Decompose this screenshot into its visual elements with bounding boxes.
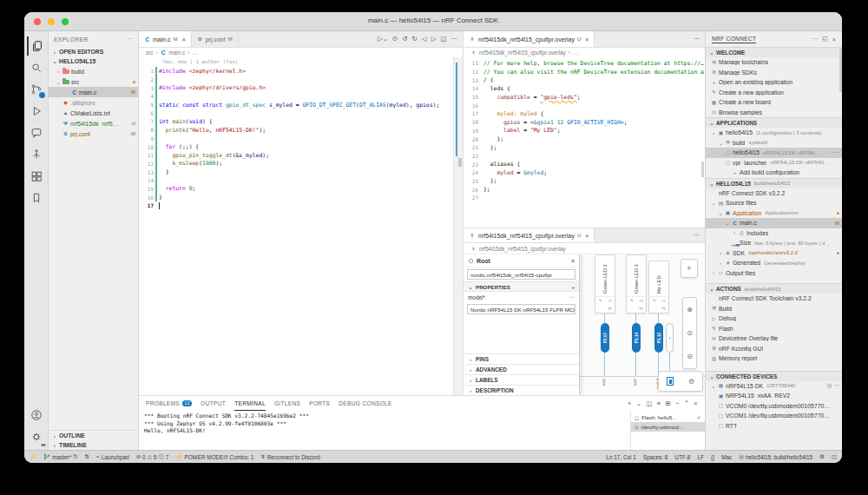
maximize-panel-icon[interactable]: ⌃ xyxy=(684,399,690,407)
nrf-settings-icon[interactable]: NR xyxy=(27,427,46,446)
power-mode-item[interactable]: ⚡POWER MODE!!! Combo: 1 xyxy=(175,453,253,460)
dt-breadcrumb[interactable]: nrf54l15dk_nrf54l15_cpuflpr.overlay xyxy=(464,243,705,254)
tree-item--gitignore[interactable]: ◆.gitignore xyxy=(49,97,138,108)
outline-header[interactable]: ›OUTLINE xyxy=(49,431,138,440)
welcome-create-a-new-application[interactable]: ✎Create a new application xyxy=(706,88,842,98)
zoom-reset-icon[interactable]: ⊙ xyxy=(683,321,696,345)
new-terminal-icon[interactable]: + xyxy=(628,399,632,407)
launch-profile-icon[interactable]: ≡ xyxy=(657,399,661,407)
zoom-in-icon[interactable]: ⊕ xyxy=(683,298,696,321)
tab-prj-conf[interactable]: ⚙ prj.conf M xyxy=(192,31,239,47)
model-more-icon[interactable]: ⋯ xyxy=(569,294,575,300)
build-config-hello54l15[interactable]: ▢hello54l15nRF54L15 DK nRF54L…⋯ xyxy=(706,148,842,158)
history-icon[interactable]: ↺ xyxy=(402,36,407,43)
tab-main-c[interactable]: C main.c M × xyxy=(139,31,192,47)
welcome-manage-toolchains[interactable]: ⚒Manage toolchains xyxy=(706,57,842,68)
scrollbar[interactable] xyxy=(839,49,842,92)
settings-gear-icon[interactable]: ⚙ xyxy=(819,453,825,460)
refresh-icon[interactable]: ↻ xyxy=(412,36,418,43)
split-terminal-icon[interactable]: ◫ xyxy=(646,399,652,407)
details-nrf-connect-sdk-v3-2-2[interactable]: nRF Connect SDK v3.2.2 xyxy=(706,188,842,199)
split-editor-icon[interactable]: ◫ xyxy=(440,36,446,43)
device-vcom1[interactable]: ▢VCOM1 /dev/tty.usbmodem00105770… xyxy=(706,411,842,421)
details-size[interactable]: ▁▃Sizebss: 0 bytes | text: 80 bytes | d… xyxy=(706,238,842,248)
build-item[interactable]: ⌄⚒buildsysbuild xyxy=(706,138,842,148)
account-icon[interactable] xyxy=(27,406,46,425)
action-nrf-kconfig-gui[interactable]: ⚙nRF Kconfig GUI xyxy=(706,344,842,354)
pin-card-led3[interactable]: Green LED 3ϟ⊣◌⊓ xyxy=(626,254,647,314)
details-application[interactable]: ⌄▣ApplicationApplication/src xyxy=(706,208,842,219)
eol-item[interactable]: LF xyxy=(697,454,703,460)
panel-tab-ports[interactable]: PORTS xyxy=(309,396,330,411)
close-panel-icon[interactable]: × xyxy=(694,399,698,407)
dt-section-labels[interactable]: ›LABELS xyxy=(464,374,579,385)
overlay-breadcrumb[interactable]: nrf54l15dk_nrf54l15_cpuflpr.overlay› … xyxy=(464,48,705,57)
explorer-more-icon[interactable]: ⋯ xyxy=(127,36,133,43)
chat-icon[interactable] xyxy=(27,123,46,142)
panel-tab-terminal[interactable]: TERMINAL xyxy=(234,396,266,411)
board-view-icon[interactable] xyxy=(659,372,681,391)
device-vcom0[interactable]: ▢VCOM0 /dev/tty.usbmodem00105770… xyxy=(706,401,842,412)
overlay-code-editor[interactable]: 11// For more help, browse the DeviceTre… xyxy=(464,57,705,228)
properties-header[interactable]: PROPERTIES xyxy=(476,284,510,290)
kit-item[interactable]: Mac xyxy=(721,454,732,460)
terminal-list-item[interactable]: ▢Flash: hello5…✓ xyxy=(631,412,705,422)
close-tab-icon[interactable]: × xyxy=(585,36,589,43)
panel-tab-output[interactable]: OUTPUT xyxy=(201,396,226,411)
device-item[interactable]: ⌄▦nRF54L15 DK1057705440◷ ⋯ xyxy=(706,381,842,392)
add-build-configuration[interactable]: +Add build configuration xyxy=(706,168,842,178)
gitlens-graph-icon[interactable]: ⊙ xyxy=(392,36,398,43)
nrf-connect-view-icon[interactable] xyxy=(27,145,46,164)
encoding-item[interactable]: UTF-8 xyxy=(674,454,690,460)
pin-card-myled[interactable]: My LEDϟ⊣◌⊓ xyxy=(648,261,669,314)
dt-section-pins[interactable]: ›PINS xyxy=(464,353,579,364)
welcome-section-header[interactable]: ⌄WELCOME xyxy=(706,47,842,57)
details-output-files[interactable]: ›▭Output files xyxy=(706,268,842,279)
actions-section-header[interactable]: ⌄ACTIONSbuild/hello54l15 xyxy=(706,283,842,294)
unassigned-pin[interactable]: + xyxy=(666,323,674,353)
push-pull-item[interactable]: ⇅ xyxy=(85,453,89,460)
pin-P2-07[interactable]: P2.07 xyxy=(601,323,609,353)
explorer-icon[interactable] xyxy=(27,36,46,56)
timeline-header[interactable]: ›TIMELINE xyxy=(49,440,138,450)
indentation-item[interactable]: Spaces: 8 xyxy=(643,454,667,460)
kill-terminal-icon[interactable]: − xyxy=(675,399,680,407)
terminal-output[interactable]: *** Booting nRF Connect SDK v3.2.2-74845… xyxy=(139,411,630,450)
application-item[interactable]: ⌄▣hello54l15(1 configuration | 3 context… xyxy=(706,128,842,138)
forward-icon[interactable]: ▷ xyxy=(431,36,437,43)
terminal-dropdown-icon[interactable]: ⌄ xyxy=(636,399,642,407)
more-actions-icon[interactable]: ⋯ xyxy=(694,232,700,239)
remote-indicator[interactable]: ⚡ xyxy=(30,453,36,460)
action-debug[interactable]: ▷Debug xyxy=(706,314,842,324)
source-control-icon[interactable] xyxy=(27,80,46,99)
minimap[interactable] xyxy=(453,57,463,395)
pin-P1-12[interactable]: P1.12 xyxy=(654,323,663,353)
add-node-button[interactable]: + xyxy=(681,259,698,278)
cursor-position-item[interactable]: Ln 17, Col 1 xyxy=(606,454,635,460)
welcome-open-an-existing-application[interactable]: +Open an existing application xyxy=(706,77,842,88)
expand-panel-icon[interactable]: ◱ xyxy=(822,36,828,43)
applications-section-header[interactable]: ⌄APPLICATIONS xyxy=(706,117,842,128)
dt-canvas[interactable]: Root × nordic,nrf54l15dk_nrf54l15-cpuflp… xyxy=(464,254,705,395)
layout-icon[interactable]: ◫ xyxy=(832,453,837,460)
extensions-icon[interactable] xyxy=(27,167,46,186)
dt-section-description[interactable]: ›DESCRIPTION xyxy=(464,385,579,395)
details-includes[interactable]: ›{}Includes xyxy=(706,228,842,239)
bookmarks-icon[interactable] xyxy=(27,188,46,208)
launchpad-item[interactable]: ⌁Launchpad xyxy=(96,453,129,460)
device-rtt[interactable]: ▢RTT xyxy=(706,421,842,432)
more-actions-icon[interactable]: ⋯ xyxy=(451,36,458,43)
close-tab-icon[interactable]: × xyxy=(182,36,186,43)
action-devicetree-overlay-file[interactable]: ΨDevicetree Overlay file xyxy=(706,333,842,344)
close-tab-icon[interactable]: × xyxy=(585,233,589,239)
pin-card-led2[interactable]: Green LED 2ϟ⊣◌⊓ xyxy=(595,254,615,314)
run-debug-icon[interactable] xyxy=(27,102,46,121)
compatible-input[interactable]: nordic,nrf54l15dk_nrf54l15-cpuflpr xyxy=(467,269,575,280)
tab-dt-overlay[interactable]: nrf54l15dk_nrf54l15_cpuflpr.overlay U × xyxy=(464,228,595,242)
terminal-list-item[interactable]: ⊙/dev/tty.usbmod… xyxy=(631,422,705,432)
connected-devices-section-header[interactable]: ⌄CONNECTED DEVICES xyxy=(706,371,842,381)
tab-overlay[interactable]: nrf54l15dk_nrf54l15_cpuflpr.overlay U × xyxy=(464,31,595,47)
build-config-vpr_launcher[interactable]: ▢vpr_launchernRF54L15 DK nRF54l1… xyxy=(706,158,842,168)
details-section-header[interactable]: ⌄HELLO54L15build/hello54l15 xyxy=(706,178,842,188)
tree-item-cmakelists-txt[interactable]: ▲CMakeLists.txt xyxy=(49,108,138,118)
